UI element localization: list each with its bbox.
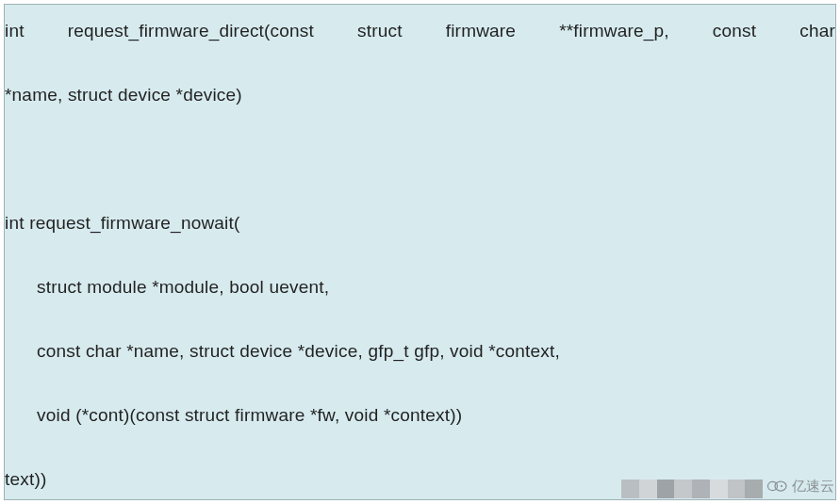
- code-container: int request_firmware_direct(const struct…: [4, 4, 836, 500]
- code-line-7: text)): [5, 466, 46, 494]
- code-line-2: *name, struct device *device): [5, 82, 242, 109]
- code-line-3: int request_firmware_nowait(: [5, 210, 240, 237]
- code-line-1: int request_firmware_direct(const struct…: [5, 18, 836, 45]
- pixel-blur-decoration: [621, 480, 763, 498]
- watermark-text: 亿速云: [792, 478, 834, 496]
- code-line-6: void (*cont)(const struct firmware *fw, …: [37, 402, 462, 430]
- code-line-5: const char *name, struct device *device,…: [37, 338, 560, 366]
- code-line-4: struct module *module, bool uevent,: [37, 274, 329, 301]
- watermark: 亿速云: [766, 477, 834, 496]
- svg-point-2: [781, 485, 782, 487]
- cloud-icon: [766, 477, 788, 496]
